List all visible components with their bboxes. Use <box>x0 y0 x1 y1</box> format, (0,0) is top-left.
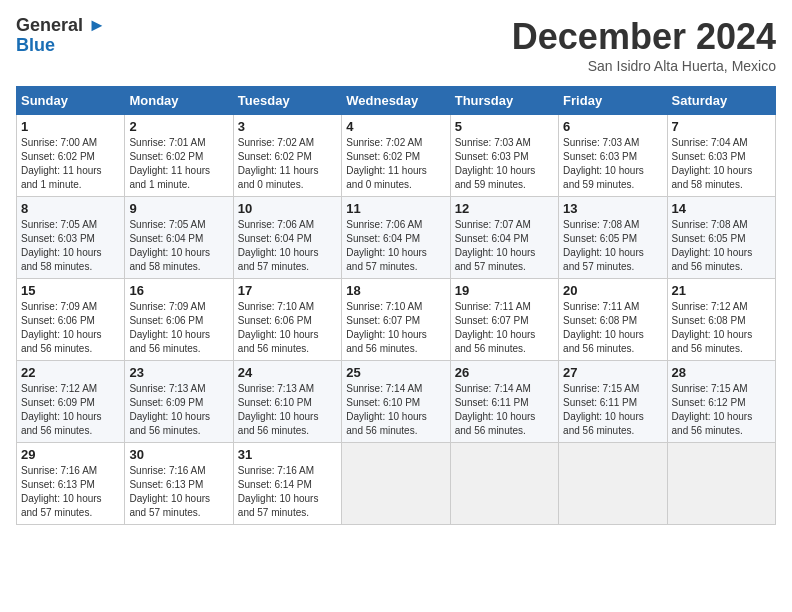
day-number: 29 <box>21 447 120 462</box>
day-number: 15 <box>21 283 120 298</box>
col-friday: Friday <box>559 87 667 115</box>
calendar-cell: 1 Sunrise: 7:00 AM Sunset: 6:02 PM Dayli… <box>17 115 125 197</box>
calendar-cell: 21 Sunrise: 7:12 AM Sunset: 6:08 PM Dayl… <box>667 279 775 361</box>
day-number: 19 <box>455 283 554 298</box>
day-info: Sunrise: 7:08 AM Sunset: 6:05 PM Dayligh… <box>672 218 771 274</box>
day-number: 14 <box>672 201 771 216</box>
calendar-cell: 30 Sunrise: 7:16 AM Sunset: 6:13 PM Dayl… <box>125 443 233 525</box>
day-number: 28 <box>672 365 771 380</box>
calendar-cell: 23 Sunrise: 7:13 AM Sunset: 6:09 PM Dayl… <box>125 361 233 443</box>
calendar-cell: 6 Sunrise: 7:03 AM Sunset: 6:03 PM Dayli… <box>559 115 667 197</box>
day-info: Sunrise: 7:13 AM Sunset: 6:09 PM Dayligh… <box>129 382 228 438</box>
col-saturday: Saturday <box>667 87 775 115</box>
day-number: 10 <box>238 201 337 216</box>
calendar-cell <box>559 443 667 525</box>
calendar-cell: 26 Sunrise: 7:14 AM Sunset: 6:11 PM Dayl… <box>450 361 558 443</box>
calendar-cell: 17 Sunrise: 7:10 AM Sunset: 6:06 PM Dayl… <box>233 279 341 361</box>
day-number: 7 <box>672 119 771 134</box>
day-info: Sunrise: 7:13 AM Sunset: 6:10 PM Dayligh… <box>238 382 337 438</box>
day-number: 13 <box>563 201 662 216</box>
col-monday: Monday <box>125 87 233 115</box>
day-number: 8 <box>21 201 120 216</box>
day-info: Sunrise: 7:03 AM Sunset: 6:03 PM Dayligh… <box>455 136 554 192</box>
calendar-cell: 5 Sunrise: 7:03 AM Sunset: 6:03 PM Dayli… <box>450 115 558 197</box>
logo: General ► Blue <box>16 16 106 56</box>
calendar-cell: 19 Sunrise: 7:11 AM Sunset: 6:07 PM Dayl… <box>450 279 558 361</box>
calendar-cell: 12 Sunrise: 7:07 AM Sunset: 6:04 PM Dayl… <box>450 197 558 279</box>
calendar-cell: 4 Sunrise: 7:02 AM Sunset: 6:02 PM Dayli… <box>342 115 450 197</box>
calendar-cell: 3 Sunrise: 7:02 AM Sunset: 6:02 PM Dayli… <box>233 115 341 197</box>
day-number: 31 <box>238 447 337 462</box>
day-info: Sunrise: 7:02 AM Sunset: 6:02 PM Dayligh… <box>346 136 445 192</box>
calendar-week-3: 22 Sunrise: 7:12 AM Sunset: 6:09 PM Dayl… <box>17 361 776 443</box>
day-number: 11 <box>346 201 445 216</box>
day-info: Sunrise: 7:12 AM Sunset: 6:09 PM Dayligh… <box>21 382 120 438</box>
day-number: 9 <box>129 201 228 216</box>
calendar-cell <box>342 443 450 525</box>
day-info: Sunrise: 7:02 AM Sunset: 6:02 PM Dayligh… <box>238 136 337 192</box>
day-info: Sunrise: 7:09 AM Sunset: 6:06 PM Dayligh… <box>21 300 120 356</box>
day-number: 24 <box>238 365 337 380</box>
day-info: Sunrise: 7:15 AM Sunset: 6:11 PM Dayligh… <box>563 382 662 438</box>
day-number: 27 <box>563 365 662 380</box>
calendar-cell: 14 Sunrise: 7:08 AM Sunset: 6:05 PM Dayl… <box>667 197 775 279</box>
day-info: Sunrise: 7:08 AM Sunset: 6:05 PM Dayligh… <box>563 218 662 274</box>
day-info: Sunrise: 7:06 AM Sunset: 6:04 PM Dayligh… <box>238 218 337 274</box>
calendar-cell: 20 Sunrise: 7:11 AM Sunset: 6:08 PM Dayl… <box>559 279 667 361</box>
calendar-cell: 16 Sunrise: 7:09 AM Sunset: 6:06 PM Dayl… <box>125 279 233 361</box>
day-number: 6 <box>563 119 662 134</box>
day-info: Sunrise: 7:16 AM Sunset: 6:13 PM Dayligh… <box>129 464 228 520</box>
calendar-cell: 15 Sunrise: 7:09 AM Sunset: 6:06 PM Dayl… <box>17 279 125 361</box>
day-info: Sunrise: 7:12 AM Sunset: 6:08 PM Dayligh… <box>672 300 771 356</box>
calendar-week-0: 1 Sunrise: 7:00 AM Sunset: 6:02 PM Dayli… <box>17 115 776 197</box>
day-info: Sunrise: 7:09 AM Sunset: 6:06 PM Dayligh… <box>129 300 228 356</box>
day-number: 26 <box>455 365 554 380</box>
day-info: Sunrise: 7:15 AM Sunset: 6:12 PM Dayligh… <box>672 382 771 438</box>
day-info: Sunrise: 7:00 AM Sunset: 6:02 PM Dayligh… <box>21 136 120 192</box>
calendar-cell: 8 Sunrise: 7:05 AM Sunset: 6:03 PM Dayli… <box>17 197 125 279</box>
calendar-cell <box>667 443 775 525</box>
day-info: Sunrise: 7:05 AM Sunset: 6:04 PM Dayligh… <box>129 218 228 274</box>
day-number: 5 <box>455 119 554 134</box>
calendar-cell: 31 Sunrise: 7:16 AM Sunset: 6:14 PM Dayl… <box>233 443 341 525</box>
day-number: 21 <box>672 283 771 298</box>
calendar-cell: 11 Sunrise: 7:06 AM Sunset: 6:04 PM Dayl… <box>342 197 450 279</box>
day-info: Sunrise: 7:04 AM Sunset: 6:03 PM Dayligh… <box>672 136 771 192</box>
day-number: 17 <box>238 283 337 298</box>
day-number: 16 <box>129 283 228 298</box>
header: General ► Blue December 2024 San Isidro … <box>16 16 776 74</box>
calendar-cell: 25 Sunrise: 7:14 AM Sunset: 6:10 PM Dayl… <box>342 361 450 443</box>
day-info: Sunrise: 7:03 AM Sunset: 6:03 PM Dayligh… <box>563 136 662 192</box>
col-tuesday: Tuesday <box>233 87 341 115</box>
day-number: 23 <box>129 365 228 380</box>
day-info: Sunrise: 7:14 AM Sunset: 6:11 PM Dayligh… <box>455 382 554 438</box>
col-wednesday: Wednesday <box>342 87 450 115</box>
calendar-cell: 24 Sunrise: 7:13 AM Sunset: 6:10 PM Dayl… <box>233 361 341 443</box>
day-number: 20 <box>563 283 662 298</box>
title-area: December 2024 San Isidro Alta Huerta, Me… <box>512 16 776 74</box>
calendar-table: Sunday Monday Tuesday Wednesday Thursday… <box>16 86 776 525</box>
day-info: Sunrise: 7:16 AM Sunset: 6:13 PM Dayligh… <box>21 464 120 520</box>
day-number: 3 <box>238 119 337 134</box>
calendar-cell: 27 Sunrise: 7:15 AM Sunset: 6:11 PM Dayl… <box>559 361 667 443</box>
day-info: Sunrise: 7:11 AM Sunset: 6:08 PM Dayligh… <box>563 300 662 356</box>
day-info: Sunrise: 7:05 AM Sunset: 6:03 PM Dayligh… <box>21 218 120 274</box>
calendar-week-1: 8 Sunrise: 7:05 AM Sunset: 6:03 PM Dayli… <box>17 197 776 279</box>
calendar-cell: 10 Sunrise: 7:06 AM Sunset: 6:04 PM Dayl… <box>233 197 341 279</box>
month-title: December 2024 <box>512 16 776 58</box>
day-number: 12 <box>455 201 554 216</box>
day-info: Sunrise: 7:06 AM Sunset: 6:04 PM Dayligh… <box>346 218 445 274</box>
day-number: 18 <box>346 283 445 298</box>
day-number: 4 <box>346 119 445 134</box>
calendar-cell: 28 Sunrise: 7:15 AM Sunset: 6:12 PM Dayl… <box>667 361 775 443</box>
calendar-cell <box>450 443 558 525</box>
calendar-cell: 7 Sunrise: 7:04 AM Sunset: 6:03 PM Dayli… <box>667 115 775 197</box>
calendar-cell: 2 Sunrise: 7:01 AM Sunset: 6:02 PM Dayli… <box>125 115 233 197</box>
day-info: Sunrise: 7:10 AM Sunset: 6:07 PM Dayligh… <box>346 300 445 356</box>
day-info: Sunrise: 7:10 AM Sunset: 6:06 PM Dayligh… <box>238 300 337 356</box>
calendar-week-4: 29 Sunrise: 7:16 AM Sunset: 6:13 PM Dayl… <box>17 443 776 525</box>
location-title: San Isidro Alta Huerta, Mexico <box>512 58 776 74</box>
calendar-cell: 18 Sunrise: 7:10 AM Sunset: 6:07 PM Dayl… <box>342 279 450 361</box>
day-number: 25 <box>346 365 445 380</box>
day-info: Sunrise: 7:07 AM Sunset: 6:04 PM Dayligh… <box>455 218 554 274</box>
